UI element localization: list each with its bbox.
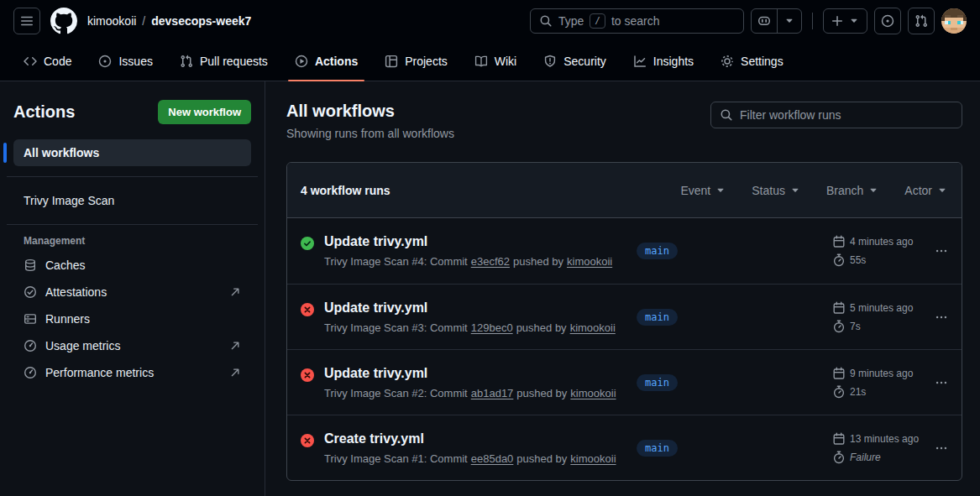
sidebar-workflow-item[interactable]: Trivy Image Scan xyxy=(13,187,251,214)
tab-wiki[interactable]: Wiki xyxy=(468,42,523,81)
external-link-icon xyxy=(229,367,241,379)
run-menu-button[interactable] xyxy=(926,311,948,324)
run-duration: 55s xyxy=(850,254,866,266)
meter-icon xyxy=(24,366,37,379)
repo-nav-tabs: Code Issues Pull requests Actions Projec… xyxy=(0,42,980,81)
runs-filters: Event Status Branch Actor xyxy=(680,184,948,197)
tab-pull-requests[interactable]: Pull requests xyxy=(173,42,275,81)
issues-button[interactable] xyxy=(874,8,901,34)
sidebar-title: Actions xyxy=(13,102,75,122)
branch-badge[interactable]: main xyxy=(637,374,678,391)
stopwatch-icon xyxy=(832,451,846,464)
global-header: kimookoii / devsecops-week7 Type / to se… xyxy=(0,0,980,42)
actions-sidebar: Actions New workflow All workflows Trivy… xyxy=(0,81,265,496)
search-icon xyxy=(539,14,553,28)
branch-badge[interactable]: main xyxy=(637,243,678,259)
verified-icon xyxy=(24,285,37,299)
commit-link[interactable]: e3ecf62 xyxy=(471,255,510,268)
filter-label: Status xyxy=(752,184,785,197)
runs-list-header: 4 workflow runs Event Status Branch Acto… xyxy=(287,163,962,218)
run-time: 5 minutes ago xyxy=(850,302,913,314)
run-desc-mid: pushed by xyxy=(516,452,567,465)
author-link[interactable]: kimookoii xyxy=(570,387,616,399)
chevron-down-icon xyxy=(789,185,801,196)
avatar-pixel-face xyxy=(941,8,967,34)
run-duration: 7s xyxy=(850,321,861,332)
calendar-icon xyxy=(832,235,846,248)
copilot-icon xyxy=(752,9,777,33)
calendar-icon xyxy=(832,432,846,446)
run-desc-prefix: Trivy Image Scan #3: Commit xyxy=(324,321,468,334)
run-menu-button[interactable] xyxy=(926,376,948,389)
tab-insights[interactable]: Insights xyxy=(626,42,700,81)
filter-label: Branch xyxy=(826,184,863,197)
sidebar-item-usage-metrics[interactable]: Usage metrics xyxy=(13,332,251,359)
filter-actor[interactable]: Actor xyxy=(904,184,948,197)
global-search-input[interactable]: Type / to search xyxy=(530,8,744,34)
tab-label: Projects xyxy=(405,55,448,68)
pull-requests-button[interactable] xyxy=(908,8,935,34)
search-placeholder-prefix: Type xyxy=(558,14,584,28)
run-desc-mid: pushed by xyxy=(516,321,567,334)
workflow-run-row: Update trivy.yml Trivy Image Scan #2: Co… xyxy=(287,349,962,415)
hamburger-menu-button[interactable] xyxy=(13,8,40,34)
author-link[interactable]: kimookoii xyxy=(570,321,616,334)
filter-workflow-runs-input[interactable] xyxy=(740,108,953,122)
management-item-label: Attestations xyxy=(45,285,107,299)
tab-actions[interactable]: Actions xyxy=(288,42,364,81)
commit-link[interactable]: 129bec0 xyxy=(471,321,513,334)
breadcrumb-owner-link[interactable]: kimookoii xyxy=(87,14,136,28)
tab-issues[interactable]: Issues xyxy=(92,42,159,81)
breadcrumb: kimookoii / devsecops-week7 xyxy=(87,14,251,28)
tab-code[interactable]: Code xyxy=(17,42,78,81)
workflow-run-row: Create trivy.yml Trivy Image Scan #1: Co… xyxy=(287,415,962,480)
workflow-label: Trivy Image Scan xyxy=(24,194,114,207)
run-title-link[interactable]: Update trivy.yml xyxy=(324,366,616,381)
tab-settings[interactable]: Settings xyxy=(714,42,790,81)
branch-badge[interactable]: main xyxy=(637,309,678,326)
branch-badge[interactable]: main xyxy=(637,440,678,457)
sidebar-item-attestations[interactable]: Attestations xyxy=(13,279,251,305)
filter-status[interactable]: Status xyxy=(752,184,801,197)
copilot-menu-button[interactable] xyxy=(751,8,802,34)
run-menu-button[interactable] xyxy=(926,244,948,258)
run-title-link[interactable]: Create trivy.yml xyxy=(324,431,616,446)
author-link[interactable]: kimookoii xyxy=(570,452,616,465)
run-menu-button[interactable] xyxy=(926,441,948,455)
runs-list: Update trivy.yml Trivy Image Scan #4: Co… xyxy=(287,218,962,480)
sidebar-item-runners[interactable]: Runners xyxy=(13,305,251,332)
user-avatar[interactable] xyxy=(941,8,967,34)
sidebar-item-all-workflows[interactable]: All workflows xyxy=(13,139,251,166)
tab-label: Actions xyxy=(315,55,358,68)
author-link[interactable]: kimookoii xyxy=(567,255,612,268)
breadcrumb-repo-link[interactable]: devsecops-week7 xyxy=(151,14,251,28)
commit-link[interactable]: ab1ad17 xyxy=(471,387,514,399)
management-list: Caches Attestations Runners Usage metric… xyxy=(13,252,251,386)
kebab-icon xyxy=(935,311,948,324)
sidebar-item-performance-metrics[interactable]: Performance metrics xyxy=(13,359,251,386)
run-title-link[interactable]: Update trivy.yml xyxy=(324,234,612,249)
github-logo[interactable] xyxy=(50,8,77,34)
tab-label: Insights xyxy=(653,55,694,68)
tab-security[interactable]: Security xyxy=(537,42,613,81)
stopwatch-icon xyxy=(832,253,846,267)
run-title-link[interactable]: Update trivy.yml xyxy=(324,300,616,316)
sidebar-item-caches[interactable]: Caches xyxy=(13,252,251,279)
run-description: Trivy Image Scan #4: Commit e3ecf62 push… xyxy=(324,255,612,268)
sidebar-divider xyxy=(7,176,258,177)
tab-label: Issues xyxy=(118,55,152,68)
chevron-down-icon[interactable] xyxy=(777,9,801,33)
header-actions: Type / to search xyxy=(530,8,967,34)
kebab-icon xyxy=(935,244,948,258)
new-workflow-button[interactable]: New workflow xyxy=(158,100,251,124)
database-icon xyxy=(24,258,37,272)
tab-projects[interactable]: Projects xyxy=(378,42,454,81)
filter-branch[interactable]: Branch xyxy=(826,184,879,197)
filter-event[interactable]: Event xyxy=(680,184,726,197)
management-item-label: Performance metrics xyxy=(45,366,154,379)
management-item-label: Caches xyxy=(45,258,85,272)
create-new-button[interactable] xyxy=(823,8,867,34)
commit-link[interactable]: ee85da0 xyxy=(471,452,514,465)
book-icon xyxy=(474,55,488,68)
management-item-label: Runners xyxy=(45,312,90,326)
